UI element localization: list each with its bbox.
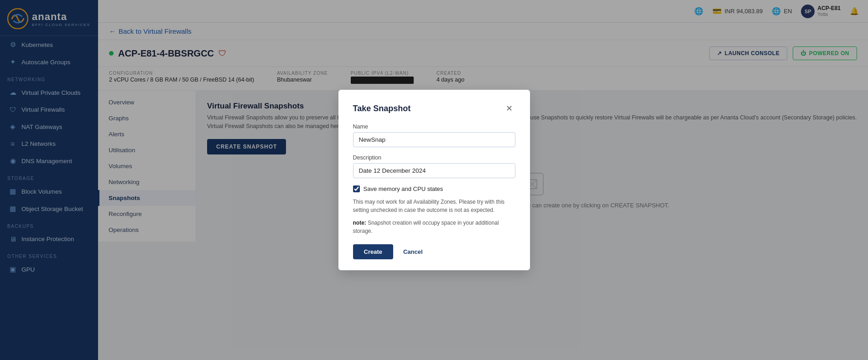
checkbox-label[interactable]: Save memory and CPU states	[364, 185, 443, 192]
note-body: Snapshot creation will occupy space in y…	[353, 220, 499, 234]
modal-close-button[interactable]: ✕	[503, 103, 515, 114]
modal-header: Take Snapshot ✕	[353, 103, 515, 114]
name-field-group: Name	[353, 123, 515, 147]
modal-title: Take Snapshot	[353, 104, 411, 113]
take-snapshot-modal: Take Snapshot ✕ Name Description Save me…	[338, 90, 530, 270]
modal-overlay[interactable]: Take Snapshot ✕ Name Description Save me…	[0, 0, 868, 360]
info-text: This may not work for all Availability Z…	[353, 198, 515, 214]
modal-create-button[interactable]: Create	[353, 244, 393, 259]
note-prefix: note:	[353, 220, 366, 226]
description-input[interactable]	[353, 163, 515, 178]
description-field-group: Description	[353, 154, 515, 178]
save-memory-checkbox-row: Save memory and CPU states	[353, 185, 515, 192]
name-input[interactable]	[353, 132, 515, 147]
save-memory-checkbox[interactable]	[353, 185, 360, 192]
name-label: Name	[353, 123, 515, 130]
description-label: Description	[353, 154, 515, 161]
note-text: note: Snapshot creation will occupy spac…	[353, 219, 515, 235]
modal-actions: Create Cancel	[353, 244, 515, 259]
modal-cancel-button[interactable]: Cancel	[398, 244, 428, 259]
